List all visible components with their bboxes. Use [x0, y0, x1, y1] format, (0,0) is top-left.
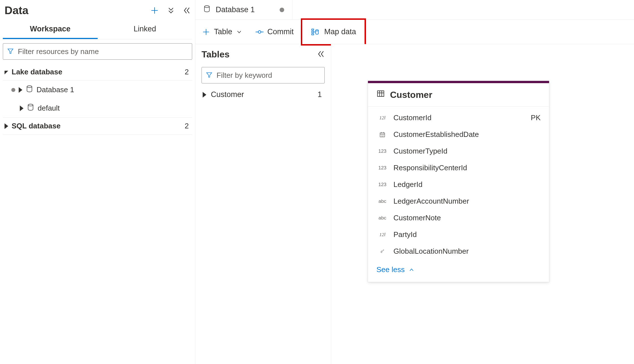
tree-item-label: default — [38, 104, 190, 113]
tree-group-count: 2 — [185, 122, 190, 130]
svg-rect-13 — [312, 33, 314, 35]
map-data-label: Map data — [324, 27, 356, 36]
database-icon — [203, 5, 211, 15]
tables-filter[interactable] — [202, 67, 325, 83]
tree-group-sql[interactable]: SQL database 2 — [3, 118, 192, 135]
tables-header: Tables — [202, 49, 325, 60]
unsaved-dot-icon — [11, 88, 15, 92]
commit-label: Commit — [267, 27, 294, 36]
field-type-icon: abc — [376, 215, 388, 221]
tree-item-database1[interactable]: Database 1 — [3, 81, 192, 99]
field-name: CustomerId — [393, 113, 526, 122]
chevron-double-down-icon[interactable] — [167, 7, 175, 14]
svg-text:12: 12 — [381, 134, 384, 137]
field-name: GlobalLocationNumber — [393, 247, 536, 256]
field-row[interactable]: 12lPartyId — [376, 226, 541, 243]
field-type-icon: 12l — [376, 115, 388, 121]
editor-tab-strip: Database 1 — [195, 0, 634, 20]
field-row[interactable]: 12CustomerEstablishedDate — [376, 126, 541, 143]
svg-point-5 — [204, 6, 209, 8]
commit-button[interactable]: Commit — [249, 20, 301, 44]
svg-rect-12 — [312, 31, 314, 33]
editor-tab-label: Database 1 — [216, 5, 255, 14]
caret-right-icon — [203, 92, 206, 98]
main-area: Database 1 Table Commit Map data — [195, 0, 634, 364]
svg-point-14 — [316, 29, 318, 31]
map-data-highlight: Map data — [301, 18, 366, 46]
tab-linked[interactable]: Linked — [98, 22, 192, 39]
table-card-title: Customer — [390, 90, 432, 100]
design-canvas[interactable]: Customer 12lCustomerIdPK12CustomerEstabl… — [331, 44, 634, 364]
field-type-icon: 123 — [376, 165, 388, 171]
table-entry-count: 1 — [318, 90, 324, 99]
tab-workspace[interactable]: Workspace — [3, 22, 98, 39]
field-name: CustomerEstablishedDate — [393, 130, 536, 139]
filter-icon — [7, 48, 14, 55]
sidebar-tabs: Workspace Linked — [3, 22, 192, 39]
chevron-double-left-icon[interactable] — [317, 50, 325, 59]
field-type-icon: 12 — [376, 132, 388, 138]
field-row[interactable]: exGlobalLocationNumber — [376, 243, 541, 260]
table-card-fields: 12lCustomerIdPK12CustomerEstablishedDate… — [368, 107, 549, 260]
new-table-button[interactable]: Table — [195, 20, 249, 44]
field-row[interactable]: 12lCustomerIdPK — [376, 109, 541, 126]
field-name: CustomerTypeId — [393, 147, 536, 156]
field-name: PartyId — [393, 230, 536, 239]
field-row[interactable]: abcCustomerNote — [376, 210, 541, 226]
field-row[interactable]: 123ResponsibilityCenterId — [376, 160, 541, 176]
field-key-badge: PK — [531, 113, 541, 122]
field-name: CustomerNote — [393, 214, 536, 222]
chevron-down-icon — [236, 29, 242, 35]
see-less-label: See less — [376, 265, 405, 274]
field-type-icon: ex — [376, 248, 388, 254]
body-split: Tables Customer 1 — [195, 44, 634, 364]
field-type-icon: abc — [376, 199, 388, 204]
field-type-icon: 12l — [376, 232, 388, 238]
svg-marker-16 — [207, 73, 212, 77]
table-card-customer[interactable]: Customer 12lCustomerIdPK12CustomerEstabl… — [368, 81, 549, 282]
editor-toolbar: Table Commit Map data — [195, 20, 634, 44]
field-type-icon: 123 — [376, 182, 388, 188]
editor-tab-database1[interactable]: Database 1 — [195, 0, 292, 20]
field-row[interactable]: abcLedgerAccountNumber — [376, 193, 541, 210]
svg-point-4 — [28, 104, 33, 106]
svg-rect-17 — [378, 91, 384, 96]
data-sidebar: Data Workspace Linked Lake database 2 — [0, 0, 195, 364]
map-data-icon — [311, 28, 319, 36]
tables-filter-input[interactable] — [217, 71, 320, 80]
caret-right-icon — [19, 87, 22, 93]
sidebar-actions — [150, 6, 190, 15]
map-data-button[interactable]: Map data — [311, 20, 356, 44]
tree-group-count: 2 — [185, 68, 190, 76]
tree-group-label: SQL database — [12, 122, 181, 130]
unsaved-dot-icon — [280, 8, 284, 12]
field-name: LedgerId — [393, 180, 536, 189]
field-type-icon: 123 — [376, 148, 388, 154]
svg-marker-2 — [8, 49, 13, 53]
svg-point-8 — [258, 31, 261, 33]
field-row[interactable]: 123CustomerTypeId — [376, 143, 541, 160]
add-icon[interactable] — [150, 6, 159, 15]
caret-down-icon — [5, 71, 8, 74]
tree-item-label: Database 1 — [37, 85, 190, 94]
table-entry-name: Customer — [211, 90, 313, 99]
table-card-header: Customer — [368, 83, 549, 107]
tree-group-lake[interactable]: Lake database 2 — [3, 64, 192, 81]
sidebar-header: Data — [3, 4, 192, 22]
field-name: ResponsibilityCenterId — [393, 163, 536, 172]
commit-icon — [256, 28, 264, 36]
sidebar-filter[interactable] — [3, 43, 192, 60]
database-icon — [26, 85, 33, 95]
field-name: LedgerAccountNumber — [393, 197, 536, 206]
tables-panel: Tables Customer 1 — [195, 44, 331, 364]
caret-right-icon — [5, 123, 8, 129]
field-row[interactable]: 123LedgerId — [376, 176, 541, 193]
sidebar-filter-input[interactable] — [18, 47, 188, 56]
filter-icon — [206, 72, 213, 79]
table-entry-customer[interactable]: Customer 1 — [202, 83, 325, 106]
database-icon — [27, 103, 34, 113]
tree-item-default[interactable]: default — [3, 99, 192, 118]
see-less-button[interactable]: See less — [368, 260, 549, 282]
new-table-label: Table — [214, 27, 232, 36]
chevron-double-left-icon[interactable] — [183, 7, 190, 14]
